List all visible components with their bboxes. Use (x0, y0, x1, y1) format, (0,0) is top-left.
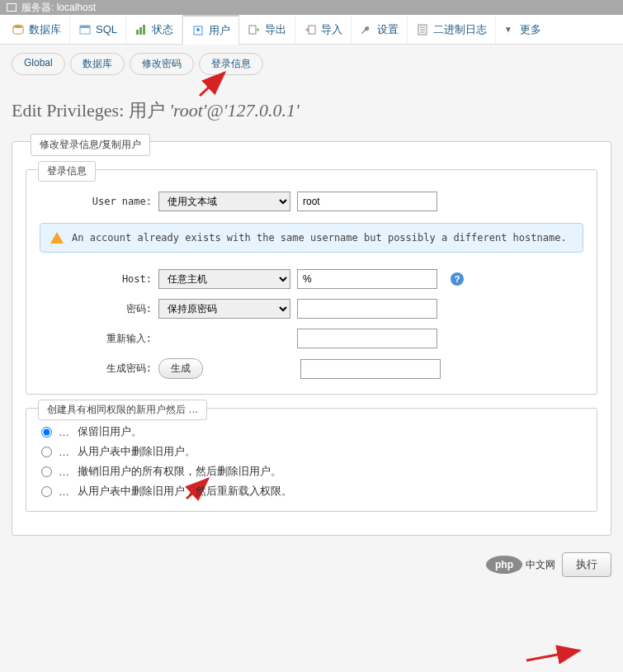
tab-more[interactable]: ▼ 更多 (496, 16, 550, 44)
execute-button[interactable]: 执行 (562, 552, 611, 577)
chevron-down-icon: ▼ (504, 25, 512, 34)
tab-label: 用户 (209, 23, 230, 38)
tab-settings[interactable]: 设置 (352, 16, 408, 44)
radio-label: 撤销旧用户的所有权限，然后删除旧用户。 (78, 464, 281, 479)
sub-tab-label: 登录信息 (211, 58, 251, 69)
users-icon (191, 24, 205, 37)
warning-icon (50, 232, 64, 244)
binlog-icon (416, 23, 429, 36)
row-password: 密码: 保持原密码 (36, 294, 587, 324)
sub-tab-login[interactable]: 登录信息 (199, 53, 263, 75)
ellipsis-icon: … (59, 426, 71, 438)
php-logo: php (486, 556, 522, 574)
sub-tab-label: Global (24, 57, 53, 69)
sub-tabs: Global 数据库 修改密码 登录信息 (0, 45, 623, 83)
tab-binlog[interactable]: 二进制日志 (408, 16, 496, 44)
retype-label: 重新输入: (36, 332, 152, 346)
radio-delete[interactable] (41, 447, 52, 457)
footer: php 中文网 执行 (0, 546, 623, 587)
php-badge: php 中文网 (486, 556, 555, 574)
heading-username: 'root'@'127.0.0.1' (169, 100, 299, 121)
sub-tab-changepw[interactable]: 修改密码 (130, 53, 194, 75)
server-breadcrumb: 服务器: localhost (0, 0, 623, 15)
row-host: Host: 任意主机 ? (36, 264, 587, 294)
host-label: Host: (36, 273, 152, 285)
svg-rect-2 (80, 26, 90, 28)
password-label: 密码: (36, 302, 152, 316)
server-icon (7, 3, 17, 12)
generate-label: 生成密码: (36, 362, 152, 376)
outer-legend: 修改登录信息/复制用户 (31, 134, 150, 156)
radio-option-keep[interactable]: … 保留旧用户。 (31, 422, 592, 442)
svg-point-7 (196, 28, 200, 31)
server-label: 服务器: localhost (21, 1, 96, 15)
tab-label: 状态 (152, 22, 173, 37)
import-icon (304, 23, 317, 36)
wrench-icon (360, 23, 373, 36)
tab-label: 更多 (520, 22, 541, 37)
generate-button-label: 生成 (171, 362, 191, 374)
radio-reload[interactable] (41, 486, 52, 497)
sub-tab-label: 数据库 (83, 58, 112, 69)
execute-label: 执行 (576, 558, 597, 570)
tab-export[interactable]: 导出 (239, 16, 295, 44)
username-label: User name: (36, 196, 152, 207)
db-icon (12, 23, 25, 36)
radio-label: 从用户表中删除旧用户。 (78, 444, 196, 459)
tab-import[interactable]: 导入 (295, 16, 352, 44)
generate-button[interactable]: 生成 (158, 358, 203, 379)
tab-label: 导出 (265, 22, 286, 37)
export-icon (248, 23, 261, 36)
php-text: 中文网 (526, 558, 555, 572)
ellipsis-icon: … (59, 466, 71, 478)
sub-tab-db[interactable]: 数据库 (70, 53, 125, 75)
host-mode-select[interactable]: 任意主机 (158, 269, 290, 289)
svg-rect-4 (139, 27, 142, 35)
radio-option-delete[interactable]: … 从用户表中删除旧用户。 (31, 442, 592, 461)
sub-tab-global[interactable]: Global (12, 53, 65, 75)
password-mode-select[interactable]: 保持原密码 (158, 299, 290, 319)
password-input[interactable] (297, 299, 437, 319)
svg-rect-9 (309, 26, 315, 34)
heading-prefix: Edit Privileges: 用户 (12, 100, 169, 121)
sql-icon (78, 23, 92, 36)
tab-users[interactable]: 用户 (182, 15, 239, 45)
svg-rect-8 (249, 26, 256, 34)
radio-option-reload[interactable]: … 从用户表中删除旧用户，然后重新载入权限。 (31, 481, 592, 501)
help-icon[interactable]: ? (451, 272, 464, 286)
status-icon (135, 23, 148, 36)
radio-revoke[interactable] (41, 466, 52, 477)
tab-label: SQL (96, 23, 117, 35)
svg-point-0 (13, 24, 23, 27)
retype-input[interactable] (297, 329, 437, 348)
tab-label: 二进制日志 (433, 22, 487, 37)
radio-keep[interactable] (41, 427, 52, 438)
warning-text: An account already exists with the same … (72, 232, 567, 244)
generated-password-input[interactable] (300, 359, 441, 379)
row-retype: 重新输入: (36, 324, 587, 353)
row-generate: 生成密码: 生成 (36, 353, 587, 384)
tab-status[interactable]: 状态 (126, 16, 182, 44)
login-info-legend: 登录信息 (38, 161, 96, 182)
ellipsis-icon: … (59, 485, 71, 498)
tab-database[interactable]: 数据库 (3, 16, 70, 44)
after-create-legend: 创建具有相同权限的新用户然后 … (38, 400, 207, 420)
tab-label: 导入 (321, 22, 342, 37)
outer-fieldset: 修改登录信息/复制用户 登录信息 User name: 使用文本域 An acc… (12, 141, 611, 536)
login-info-fieldset: 登录信息 User name: 使用文本域 An account already… (26, 169, 597, 395)
page-title: Edit Privileges: 用户 'root'@'127.0.0.1' (0, 83, 623, 131)
username-mode-select[interactable]: 使用文本域 (158, 192, 290, 211)
warning-box: An account already exists with the same … (40, 223, 583, 253)
radio-label: 从用户表中删除旧用户，然后重新载入权限。 (78, 484, 292, 499)
ellipsis-icon: … (59, 446, 71, 458)
username-input[interactable] (297, 192, 437, 211)
tab-sql[interactable]: SQL (70, 17, 126, 43)
svg-rect-5 (143, 25, 145, 35)
radio-option-revoke[interactable]: … 撤销旧用户的所有权限，然后删除旧用户。 (31, 461, 592, 481)
tab-label: 数据库 (29, 22, 61, 37)
radio-label: 保留旧用户。 (78, 424, 142, 439)
row-username: User name: 使用文本域 (36, 187, 587, 216)
host-input[interactable] (297, 269, 437, 289)
sub-tab-label: 修改密码 (142, 58, 182, 69)
svg-rect-3 (136, 30, 139, 35)
